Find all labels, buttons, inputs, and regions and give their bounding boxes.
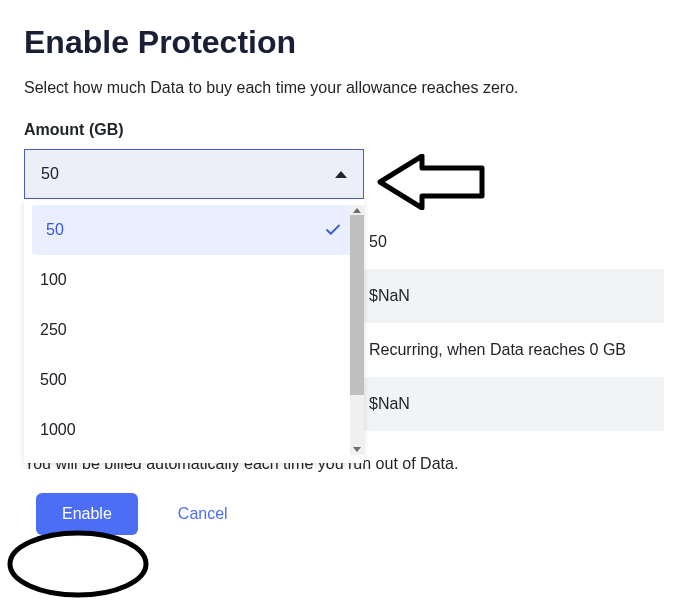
enable-button[interactable]: Enable	[36, 493, 138, 535]
option-label: 500	[40, 371, 67, 389]
caret-up-icon	[335, 171, 347, 178]
page-title: Enable Protection	[24, 24, 664, 61]
dropdown-option-100[interactable]: 100	[24, 255, 364, 305]
scroll-up-icon	[353, 208, 361, 213]
amount-select-value: 50	[41, 165, 59, 183]
annotation-circle-icon	[3, 529, 153, 599]
dropdown-option-500[interactable]: 500	[24, 355, 364, 405]
description-text: Select how much Data to buy each time yo…	[24, 79, 664, 97]
amount-label: Amount (GB)	[24, 121, 664, 139]
option-label: 50	[46, 221, 64, 239]
cancel-button[interactable]: Cancel	[178, 505, 228, 523]
option-label: 100	[40, 271, 67, 289]
annotation-arrow-icon	[376, 154, 486, 210]
option-label: 1000	[40, 421, 76, 439]
amount-select[interactable]: 50	[24, 149, 364, 199]
amount-dropdown: 50 100 250 500 1000	[24, 199, 364, 463]
dropdown-option-50[interactable]: 50	[32, 205, 356, 255]
dropdown-option-250[interactable]: 250	[24, 305, 364, 355]
scroll-down-icon	[353, 447, 361, 452]
svg-point-0	[10, 533, 146, 595]
option-label: 250	[40, 321, 67, 339]
check-icon	[324, 221, 342, 239]
scrollbar-track[interactable]	[350, 205, 364, 455]
dropdown-option-1000[interactable]: 1000	[24, 405, 364, 455]
scrollbar-thumb[interactable]	[350, 215, 364, 395]
